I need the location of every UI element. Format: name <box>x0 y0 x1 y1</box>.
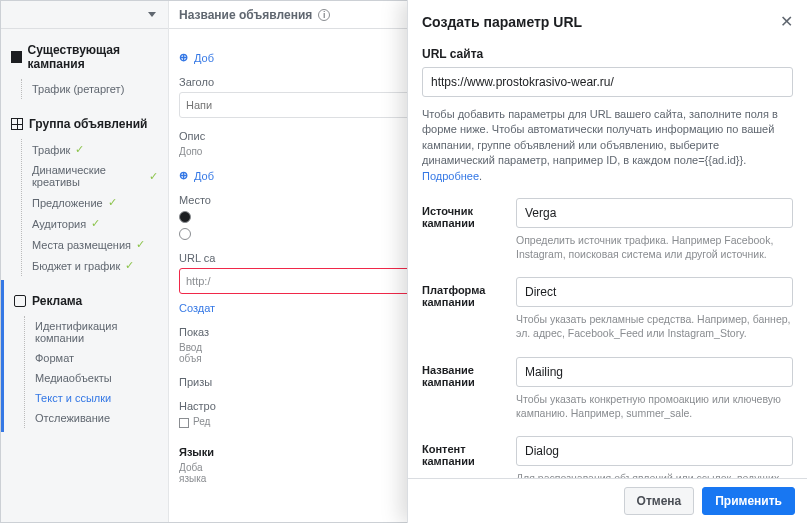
sidebar-item-label: Трафик <box>32 144 70 156</box>
ad-item[interactable]: Идентификация компании <box>35 316 158 348</box>
sidebar-item-label: Динамические креативы <box>32 164 144 188</box>
adset-title[interactable]: Группа объявлений <box>11 117 158 131</box>
sidebar-item-label: Места размещения <box>32 239 131 251</box>
checkbox-label: Ред <box>193 416 210 427</box>
param-source-hint: Определить источник трафика. Например Fa… <box>516 233 793 261</box>
ad-title-label: Реклама <box>32 294 82 308</box>
sidebar-item-label: Предложение <box>32 197 103 209</box>
adset-item[interactable]: Предложение✓ <box>32 192 158 213</box>
plus-icon: ⊕ <box>179 169 188 182</box>
param-source-input[interactable] <box>516 198 793 228</box>
param-medium-hachtergrond: Чтобы указать рекламные средства. Наприм… <box>516 312 793 340</box>
section-adset: Группа объявлений Трафик✓ Динамические к… <box>1 103 168 280</box>
adset-item[interactable]: Динамические креативы✓ <box>32 160 158 192</box>
check-icon: ✓ <box>108 196 117 209</box>
chevron-down-icon <box>148 12 156 17</box>
plus-icon: ⊕ <box>179 51 188 64</box>
param-name-input[interactable] <box>516 357 793 387</box>
link-label: Создат <box>179 302 215 314</box>
check-icon: ✓ <box>91 217 100 230</box>
campaign-item[interactable]: Трафик (ретаргет) <box>32 79 158 99</box>
info-icon[interactable]: i <box>318 9 330 21</box>
modal-footer: Отмена Применить <box>408 478 807 523</box>
sidebar-item-label: Медиаобъекты <box>35 372 112 384</box>
sidebar-item-label: Идентификация компании <box>35 320 158 344</box>
param-source-label: Источник кампании <box>422 198 502 271</box>
learn-more-link[interactable]: Подробнее <box>422 170 479 182</box>
section-campaign: Существующая кампания Трафик (ретаргет) <box>1 29 168 103</box>
url-param-modal: Создать параметр URL ✕ URL сайта Чтобы д… <box>407 0 807 523</box>
sidebar-item-label: Трафик (ретаргет) <box>32 83 124 95</box>
sidebar-item-label: Бюджет и график <box>32 260 120 272</box>
adset-title-label: Группа объявлений <box>29 117 147 131</box>
site-url-input[interactable] <box>422 67 793 97</box>
check-icon: ✓ <box>149 170 158 183</box>
adset-item[interactable]: Места размещения✓ <box>32 234 158 255</box>
help-text-body: Чтобы добавить параметры для URL вашего … <box>422 108 778 166</box>
campaign-icon <box>11 51 22 63</box>
param-name-hint: Чтобы указать конкретную промоакцию или … <box>516 392 793 420</box>
param-content-hint: Для распознавания объявлений или ссылок,… <box>516 471 793 478</box>
content-header-label: Название объявления <box>179 8 312 22</box>
sidebar-item-label: Аудитория <box>32 218 86 230</box>
ad-title[interactable]: Реклама <box>14 294 158 308</box>
param-content-input[interactable] <box>516 436 793 466</box>
campaign-title-label: Существующая кампания <box>28 43 158 71</box>
sidebar-item-label: Отслеживание <box>35 412 110 424</box>
close-icon[interactable]: ✕ <box>780 12 793 31</box>
link-label: Доб <box>194 52 214 64</box>
radio-option-1[interactable] <box>179 211 191 223</box>
help-text: Чтобы добавить параметры для URL вашего … <box>422 107 793 184</box>
adset-item[interactable]: Трафик✓ <box>32 139 158 160</box>
ad-item[interactable]: Медиаобъекты <box>35 368 158 388</box>
apply-button[interactable]: Применить <box>702 487 795 515</box>
adset-item[interactable]: Бюджет и график✓ <box>32 255 158 276</box>
radio-option-2[interactable] <box>179 228 191 240</box>
param-medium-input[interactable] <box>516 277 793 307</box>
top-dropdown[interactable] <box>1 1 168 29</box>
modal-body: URL сайта Чтобы добавить параметры для U… <box>408 43 807 478</box>
check-icon: ✓ <box>75 143 84 156</box>
param-content-label: Контент кампании <box>422 436 502 478</box>
sidebar-item-label: Текст и ссылки <box>35 392 111 404</box>
check-icon: ✓ <box>136 238 145 251</box>
ad-item[interactable]: Отслеживание <box>35 408 158 428</box>
link-label: Доб <box>194 170 214 182</box>
site-url-label: URL сайта <box>422 47 793 61</box>
section-ad: Реклама Идентификация компании Формат Ме… <box>1 280 168 432</box>
left-sidebar: Существующая кампания Трафик (ретаргет) … <box>1 1 169 522</box>
cancel-button[interactable]: Отмена <box>624 487 695 515</box>
adset-icon <box>11 118 23 130</box>
campaign-title[interactable]: Существующая кампания <box>11 43 158 71</box>
checkbox-edit[interactable] <box>179 418 189 428</box>
param-medium-label: Платформа кампании <box>422 277 502 350</box>
modal-title: Создать параметр URL <box>422 14 582 30</box>
check-icon: ✓ <box>125 259 134 272</box>
ad-icon <box>14 295 26 307</box>
ad-item[interactable]: Формат <box>35 348 158 368</box>
sidebar-item-label: Формат <box>35 352 74 364</box>
adset-item[interactable]: Аудитория✓ <box>32 213 158 234</box>
param-name-label: Название кампании <box>422 357 502 430</box>
modal-header: Создать параметр URL ✕ <box>408 0 807 43</box>
ad-item-active[interactable]: Текст и ссылки <box>35 388 158 408</box>
